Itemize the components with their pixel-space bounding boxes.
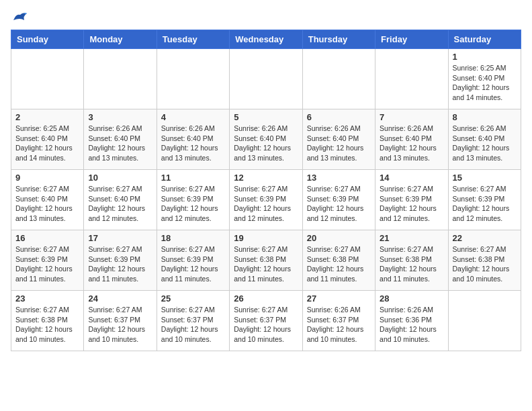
day-number: 24	[88, 293, 152, 304]
day-info: Sunrise: 6:27 AM Sunset: 6:38 PM Dayligh…	[307, 244, 371, 284]
day-info: Sunrise: 6:26 AM Sunset: 6:40 PM Dayligh…	[453, 124, 517, 163]
calendar-cell: 16Sunrise: 6:27 AM Sunset: 6:39 PM Dayli…	[11, 230, 84, 291]
calendar-cell: 19Sunrise: 6:27 AM Sunset: 6:38 PM Dayli…	[230, 230, 302, 291]
day-info: Sunrise: 6:27 AM Sunset: 6:38 PM Dayligh…	[234, 244, 298, 284]
calendar-cell	[230, 49, 302, 109]
calendar-cell: 14Sunrise: 6:27 AM Sunset: 6:39 PM Dayli…	[375, 170, 448, 230]
calendar-cell: 2Sunrise: 6:25 AM Sunset: 6:40 PM Daylig…	[11, 109, 84, 170]
day-number: 9	[15, 173, 79, 183]
calendar-cell	[157, 49, 229, 109]
logo-bird-icon	[12, 11, 27, 23]
day-number: 15	[453, 173, 517, 183]
calendar-cell: 21Sunrise: 6:27 AM Sunset: 6:38 PM Dayli…	[375, 230, 448, 291]
day-info: Sunrise: 6:26 AM Sunset: 6:40 PM Dayligh…	[161, 124, 225, 163]
day-number: 22	[453, 233, 517, 243]
day-number: 23	[15, 293, 79, 304]
calendar-cell: 17Sunrise: 6:27 AM Sunset: 6:39 PM Dayli…	[84, 230, 157, 291]
calendar-table: SundayMondayTuesdayWednesdayThursdayFrid…	[11, 30, 521, 351]
day-of-week-header: Thursday	[302, 30, 375, 49]
calendar-cell: 3Sunrise: 6:26 AM Sunset: 6:40 PM Daylig…	[84, 109, 157, 170]
calendar-cell: 22Sunrise: 6:27 AM Sunset: 6:38 PM Dayli…	[448, 230, 521, 291]
day-number: 26	[234, 293, 298, 304]
calendar-cell: 11Sunrise: 6:27 AM Sunset: 6:39 PM Dayli…	[157, 170, 229, 230]
calendar-cell	[11, 49, 84, 109]
day-info: Sunrise: 6:26 AM Sunset: 6:36 PM Dayligh…	[380, 305, 443, 345]
day-of-week-header: Sunday	[11, 30, 84, 49]
day-number: 19	[234, 233, 298, 243]
day-info: Sunrise: 6:25 AM Sunset: 6:40 PM Dayligh…	[453, 63, 517, 103]
day-info: Sunrise: 6:27 AM Sunset: 6:39 PM Dayligh…	[307, 184, 371, 224]
day-of-week-header: Monday	[84, 30, 157, 49]
calendar-cell	[448, 291, 521, 351]
day-number: 5	[234, 112, 298, 122]
day-number: 2	[15, 112, 79, 122]
day-number: 13	[307, 173, 371, 183]
calendar-cell	[375, 49, 448, 109]
calendar-cell: 15Sunrise: 6:27 AM Sunset: 6:39 PM Dayli…	[448, 170, 521, 230]
day-info: Sunrise: 6:26 AM Sunset: 6:40 PM Dayligh…	[380, 124, 443, 163]
calendar-cell: 1Sunrise: 6:25 AM Sunset: 6:40 PM Daylig…	[448, 49, 521, 109]
day-info: Sunrise: 6:27 AM Sunset: 6:37 PM Dayligh…	[161, 305, 225, 345]
day-number: 20	[307, 233, 371, 243]
calendar-cell: 13Sunrise: 6:27 AM Sunset: 6:39 PM Dayli…	[302, 170, 375, 230]
calendar-cell: 4Sunrise: 6:26 AM Sunset: 6:40 PM Daylig…	[157, 109, 229, 170]
calendar-cell: 10Sunrise: 6:27 AM Sunset: 6:40 PM Dayli…	[84, 170, 157, 230]
day-number: 4	[161, 112, 225, 122]
calendar-week-row: 23Sunrise: 6:27 AM Sunset: 6:38 PM Dayli…	[11, 291, 521, 351]
day-info: Sunrise: 6:27 AM Sunset: 6:39 PM Dayligh…	[380, 184, 443, 224]
day-info: Sunrise: 6:26 AM Sunset: 6:37 PM Dayligh…	[307, 305, 371, 345]
day-number: 16	[15, 233, 79, 243]
calendar-week-row: 2Sunrise: 6:25 AM Sunset: 6:40 PM Daylig…	[11, 109, 521, 170]
day-info: Sunrise: 6:27 AM Sunset: 6:37 PM Dayligh…	[234, 305, 298, 345]
calendar-cell: 24Sunrise: 6:27 AM Sunset: 6:37 PM Dayli…	[84, 291, 157, 351]
calendar-week-row: 1Sunrise: 6:25 AM Sunset: 6:40 PM Daylig…	[11, 49, 521, 109]
day-of-week-header: Friday	[375, 30, 448, 49]
day-number: 21	[380, 233, 443, 243]
day-of-week-header: Saturday	[448, 30, 521, 49]
calendar-cell: 12Sunrise: 6:27 AM Sunset: 6:39 PM Dayli…	[230, 170, 302, 230]
day-info: Sunrise: 6:27 AM Sunset: 6:38 PM Dayligh…	[380, 244, 443, 284]
calendar-cell: 25Sunrise: 6:27 AM Sunset: 6:37 PM Dayli…	[157, 291, 229, 351]
day-info: Sunrise: 6:27 AM Sunset: 6:39 PM Dayligh…	[234, 184, 298, 224]
day-info: Sunrise: 6:27 AM Sunset: 6:38 PM Dayligh…	[15, 305, 79, 345]
day-info: Sunrise: 6:27 AM Sunset: 6:39 PM Dayligh…	[88, 244, 152, 284]
day-info: Sunrise: 6:25 AM Sunset: 6:40 PM Dayligh…	[15, 124, 79, 163]
day-number: 3	[88, 112, 152, 122]
day-number: 10	[88, 173, 152, 183]
calendar-cell: 18Sunrise: 6:27 AM Sunset: 6:39 PM Dayli…	[157, 230, 229, 291]
day-number: 28	[380, 293, 443, 304]
calendar-week-row: 16Sunrise: 6:27 AM Sunset: 6:39 PM Dayli…	[11, 230, 521, 291]
day-number: 6	[307, 112, 371, 122]
calendar-cell: 27Sunrise: 6:26 AM Sunset: 6:37 PM Dayli…	[302, 291, 375, 351]
calendar-cell: 26Sunrise: 6:27 AM Sunset: 6:37 PM Dayli…	[230, 291, 302, 351]
day-of-week-header: Wednesday	[230, 30, 302, 49]
day-info: Sunrise: 6:27 AM Sunset: 6:40 PM Dayligh…	[15, 184, 79, 224]
calendar-cell: 23Sunrise: 6:27 AM Sunset: 6:38 PM Dayli…	[11, 291, 84, 351]
day-number: 1	[453, 52, 517, 62]
day-info: Sunrise: 6:27 AM Sunset: 6:39 PM Dayligh…	[161, 184, 225, 224]
calendar-cell: 6Sunrise: 6:26 AM Sunset: 6:40 PM Daylig…	[302, 109, 375, 170]
day-info: Sunrise: 6:26 AM Sunset: 6:40 PM Dayligh…	[234, 124, 298, 163]
day-info: Sunrise: 6:27 AM Sunset: 6:39 PM Dayligh…	[453, 184, 517, 224]
day-number: 14	[380, 173, 443, 183]
calendar-cell: 28Sunrise: 6:26 AM Sunset: 6:36 PM Dayli…	[375, 291, 448, 351]
day-info: Sunrise: 6:27 AM Sunset: 6:40 PM Dayligh…	[88, 184, 152, 224]
calendar-cell: 5Sunrise: 6:26 AM Sunset: 6:40 PM Daylig…	[230, 109, 302, 170]
day-number: 8	[453, 112, 517, 122]
day-of-week-header: Tuesday	[157, 30, 229, 49]
calendar-week-row: 9Sunrise: 6:27 AM Sunset: 6:40 PM Daylig…	[11, 170, 521, 230]
day-number: 25	[161, 293, 225, 304]
day-number: 17	[88, 233, 152, 243]
calendar-cell: 20Sunrise: 6:27 AM Sunset: 6:38 PM Dayli…	[302, 230, 375, 291]
day-number: 27	[307, 293, 371, 304]
day-info: Sunrise: 6:27 AM Sunset: 6:37 PM Dayligh…	[88, 305, 152, 345]
day-info: Sunrise: 6:26 AM Sunset: 6:40 PM Dayligh…	[307, 124, 371, 163]
calendar-cell	[84, 49, 157, 109]
calendar-cell: 9Sunrise: 6:27 AM Sunset: 6:40 PM Daylig…	[11, 170, 84, 230]
day-number: 18	[161, 233, 225, 243]
page-header	[11, 11, 521, 23]
day-number: 7	[380, 112, 443, 122]
calendar-header-row: SundayMondayTuesdayWednesdayThursdayFrid…	[11, 30, 521, 49]
logo	[11, 11, 27, 23]
day-info: Sunrise: 6:27 AM Sunset: 6:39 PM Dayligh…	[161, 244, 225, 284]
